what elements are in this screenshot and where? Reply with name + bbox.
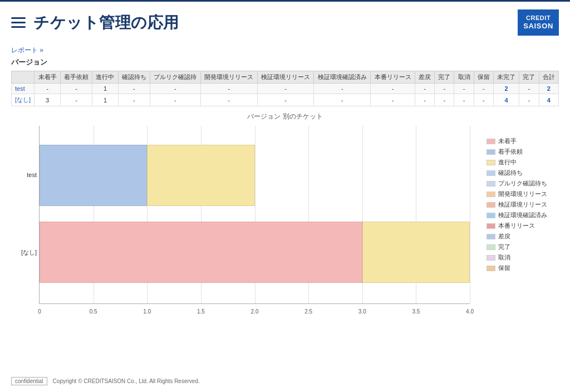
table-cell: - (371, 84, 415, 94)
table-cell: - (150, 94, 201, 106)
x-axis-label: 1.0 (143, 308, 151, 315)
section-label: バージョン (0, 56, 570, 71)
table-cell: - (257, 84, 314, 94)
table-cell: - (257, 94, 314, 106)
logo: CREDIT SAISON (518, 9, 559, 36)
legend-label: 保留 (498, 264, 510, 272)
table-cell: 4 (493, 94, 519, 106)
legend-color-swatch (487, 213, 495, 218)
table-cell: - (200, 84, 257, 94)
table-cell: - (435, 94, 454, 106)
table-cell: - (118, 94, 150, 106)
legend-item: 着手依頼 (487, 148, 559, 156)
chart-title: バージョン 別のチケット (11, 112, 559, 121)
legend-item: 検証環境確認済み (487, 211, 559, 219)
legend-label: 進行中 (498, 158, 517, 166)
table-col-header: 確認待ち (118, 71, 150, 84)
legend-color-swatch (487, 202, 495, 208)
header: チケット管理の応用 CREDIT SAISON (0, 2, 570, 41)
legend-item: 保留 (487, 264, 559, 272)
table-col-header: 完了 (519, 71, 539, 84)
legend-label: 差戻 (498, 232, 510, 241)
table-cell: - (60, 84, 92, 94)
legend-label: プルリク確認待ち (498, 179, 547, 188)
table-cell: 2 (539, 84, 558, 94)
table-cell: 1 (92, 94, 118, 106)
table-col-header: 検証環境確認済み (314, 71, 371, 84)
chart-bar (147, 145, 254, 206)
table-cell: - (454, 84, 474, 94)
table-row[interactable]: test--1----------2-2 (12, 84, 559, 94)
legend-item: 未着手 (487, 137, 559, 145)
table-row[interactable]: [なし]3-1----------4-4 (12, 94, 559, 106)
table-cell: - (415, 94, 434, 106)
legend-item: 取消 (487, 253, 559, 262)
version-table-wrap: 未着手着手依頼進行中確認待ちプルリク確認待開発環境リリース検証環境リリース検証環… (0, 71, 570, 106)
chart-row-label: [なし] (9, 248, 37, 257)
legend-label: 完了 (498, 243, 510, 251)
legend-item: 開発環境リリース (487, 190, 559, 198)
table-cell: - (35, 84, 60, 94)
chart-legend: 未着手着手依頼進行中確認待ちプルリク確認待ち開発環境リリース検証環境リリース検証… (487, 126, 559, 317)
legend-label: 本番リリース (498, 222, 535, 230)
table-col-header: 着手依頼 (60, 71, 92, 84)
table-cell: - (371, 94, 415, 106)
legend-color-swatch (487, 223, 495, 229)
legend-label: 未着手 (498, 137, 517, 145)
table-cell: 2 (493, 84, 519, 94)
table-cell: - (415, 84, 434, 94)
chart-bar (40, 145, 147, 206)
footer-text: Copyright © CREDITSAISON Co., Ltd. All R… (53, 378, 200, 384)
chart-bar (40, 222, 362, 283)
legend-item: 進行中 (487, 158, 559, 166)
legend-label: 着手依頼 (498, 148, 523, 156)
page-title: チケット管理の応用 (33, 12, 179, 33)
legend-item: プルリク確認待ち (487, 179, 559, 188)
table-cell: - (474, 94, 493, 106)
table-cell: - (314, 94, 371, 106)
table-cell: 1 (92, 84, 118, 94)
chart-area: 00.51.01.52.02.53.03.54.0test[なし] (11, 126, 475, 317)
x-axis-label: 0.5 (90, 308, 97, 315)
legend-label: 取消 (498, 253, 510, 262)
table-col-header: 完了 (435, 71, 454, 84)
legend-label: 検証環境確認済み (498, 211, 547, 219)
table-col-header: 本番リリース (371, 71, 415, 84)
table-cell: 4 (539, 94, 558, 106)
x-axis-label: 3.5 (412, 308, 420, 315)
x-axis-label: 0 (38, 308, 41, 315)
x-axis-label: 2.5 (304, 308, 312, 315)
table-cell: - (60, 94, 92, 106)
table-cell: - (454, 94, 474, 106)
chart-section: バージョン 別のチケット 00.51.01.52.02.53.03.54.0te… (0, 106, 570, 317)
table-row-label: [なし] (12, 94, 35, 106)
legend-item: 検証環境リリース (487, 200, 559, 209)
breadcrumb[interactable]: レポート » (0, 41, 570, 56)
legend-item: 差戻 (487, 232, 559, 241)
legend-color-swatch (487, 255, 495, 261)
table-col-header: 検証環境リリース (257, 71, 314, 84)
legend-label: 確認待ち (498, 169, 523, 177)
x-axis-label: 4.0 (466, 308, 474, 315)
table-col-header: 進行中 (92, 71, 118, 84)
x-axis-label: 1.5 (197, 308, 205, 315)
menu-icon[interactable] (11, 17, 26, 28)
table-cell: - (314, 84, 371, 94)
legend-color-swatch (487, 266, 495, 271)
table-col-header: 未完了 (493, 71, 519, 84)
legend-item: 本番リリース (487, 222, 559, 230)
x-axis-label: 3.0 (358, 308, 366, 315)
footer: confidential Copyright © CREDITSAISON Co… (0, 377, 570, 385)
table-col-header: 差戻 (415, 71, 434, 84)
legend-label: 開発環境リリース (498, 190, 547, 198)
legend-label: 検証環境リリース (498, 200, 547, 209)
table-cell: - (474, 84, 493, 94)
chart-container: 00.51.01.52.02.53.03.54.0test[なし] 未着手着手依… (11, 126, 559, 317)
table-cell: - (200, 94, 257, 106)
legend-color-swatch (487, 244, 495, 250)
legend-item: 完了 (487, 243, 559, 251)
table-col-header: プルリク確認待 (150, 71, 201, 84)
legend-color-swatch (487, 160, 495, 165)
chart-bar (362, 222, 470, 283)
legend-color-swatch (487, 170, 495, 176)
